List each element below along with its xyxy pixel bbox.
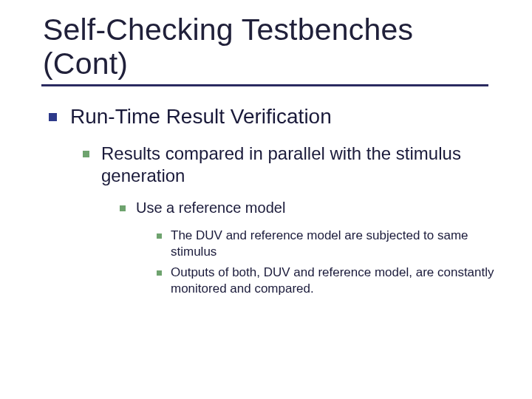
bullet-level-4: Outputs of both, DUV and reference model… [157,265,504,297]
square-bullet-icon [120,205,126,211]
bullet-text: Results compared in parallel with the st… [101,143,504,187]
bullet-text: The DUV and reference model are subjecte… [171,228,504,260]
square-bullet-icon [83,151,89,157]
title-underline [41,84,488,86]
bullet-text: Run-Time Result Verification [70,104,332,129]
slide-body: Run-Time Result Verification Results com… [43,104,504,298]
square-bullet-icon [49,113,57,121]
bullet-text: Outputs of both, DUV and reference model… [171,265,504,297]
bullet-text: Use a reference model [136,199,285,217]
slide-title: Self-Checking Testbenches (Cont) [43,13,504,81]
bullet-level-2: Results compared in parallel with the st… [83,143,504,187]
bullet-level-4: The DUV and reference model are subjecte… [157,228,504,260]
square-bullet-icon [157,270,162,276]
slide: Self-Checking Testbenches (Cont) Run-Tim… [0,0,532,399]
square-bullet-icon [157,233,162,239]
bullet-level-1: Run-Time Result Verification [49,104,504,129]
bullet-level-3: Use a reference model [120,199,504,217]
